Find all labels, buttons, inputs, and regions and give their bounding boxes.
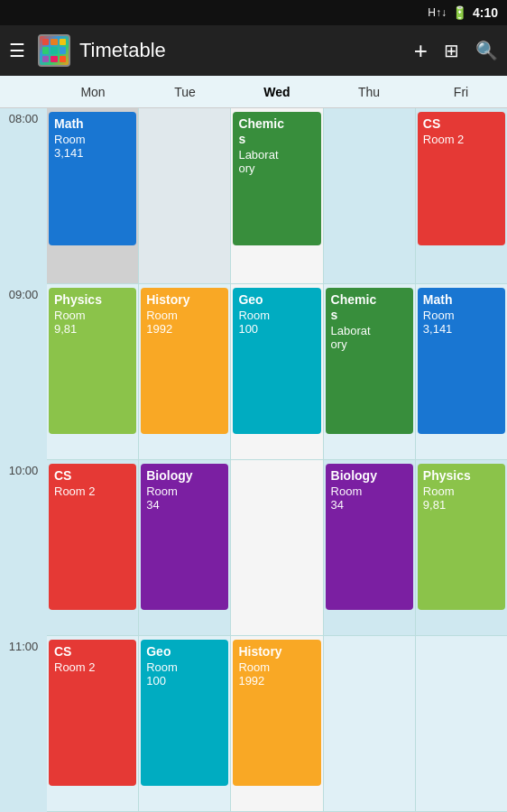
timetable-container: 08:00 09:00 10:00 11:00 12:00 Math Room3… bbox=[0, 108, 507, 812]
days-container: Math Room3,141 Physics Room9,81 CS Room … bbox=[47, 108, 507, 812]
day-wed: Wed bbox=[231, 85, 323, 99]
time-0800: 08:00 bbox=[0, 108, 47, 284]
subject-history-wed-11[interactable]: History Room1992 bbox=[233, 640, 320, 786]
room-info: Laboratory bbox=[238, 148, 315, 176]
subject-cs-fri-08[interactable]: CS Room 2 bbox=[418, 112, 505, 245]
day-column-mon: Math Room3,141 Physics Room9,81 CS Room … bbox=[47, 108, 138, 812]
battery-icon: 🔋 bbox=[452, 5, 467, 20]
subject-chemics-thu[interactable]: Chemics Laboratory bbox=[326, 288, 413, 434]
day-fri: Fri bbox=[415, 85, 507, 99]
room-info: Room34 bbox=[331, 484, 408, 512]
clock: 4:10 bbox=[473, 5, 498, 20]
subject-name: Biology bbox=[146, 468, 223, 484]
room-info: Room9,81 bbox=[54, 309, 131, 337]
subject-name: Chemics bbox=[238, 116, 315, 147]
subject-name: Physics bbox=[54, 292, 131, 308]
room-info: Room34 bbox=[146, 484, 223, 512]
subject-math-fri[interactable]: Math Room3,141 bbox=[418, 288, 505, 434]
thu-hour-0900: Chemics Laboratory bbox=[324, 284, 415, 460]
mon-hour-1100: CS Room 2 bbox=[47, 636, 138, 812]
app-logo bbox=[38, 34, 70, 67]
thu-hour-1100 bbox=[324, 636, 415, 812]
subject-name: CS bbox=[423, 116, 500, 132]
wed-hour-1100: History Room1992 bbox=[231, 636, 322, 812]
tue-hour-0800 bbox=[139, 108, 230, 284]
subject-history-tue-09[interactable]: History Room1992 bbox=[141, 288, 228, 434]
subject-physics-mon[interactable]: Physics Room9,81 bbox=[49, 288, 136, 434]
subject-name: Math bbox=[54, 116, 131, 132]
mon-hour-0800: Math Room3,141 bbox=[47, 108, 138, 284]
wed-hour-0900: Geo Room100 bbox=[231, 284, 322, 460]
fri-hour-0800: CS Room 2 bbox=[416, 108, 507, 284]
day-mon: Mon bbox=[47, 85, 139, 99]
room-info: Room 2 bbox=[423, 133, 500, 147]
status-bar: H↑↓ 🔋 4:10 bbox=[0, 0, 507, 25]
subject-physics-fri[interactable]: Physics Room9,81 bbox=[418, 464, 505, 610]
timetable-grid: 08:00 09:00 10:00 11:00 12:00 Math Room3… bbox=[0, 108, 507, 812]
subject-cs-mon-10[interactable]: CS Room 2 bbox=[49, 464, 136, 610]
subject-math-mon[interactable]: Math Room3,141 bbox=[49, 112, 136, 245]
room-info: Room3,141 bbox=[423, 309, 500, 337]
subject-name: History bbox=[146, 292, 223, 308]
subject-name: Biology bbox=[331, 468, 408, 484]
subject-biology-thu[interactable]: Biology Room34 bbox=[326, 464, 413, 610]
thu-hour-0800 bbox=[324, 108, 415, 284]
subject-name: Geo bbox=[146, 644, 223, 660]
room-info: Room 2 bbox=[54, 484, 131, 499]
menu-icon[interactable]: ☰ bbox=[9, 40, 25, 61]
day-header-row: Mon Tue Wed Thu Fri bbox=[0, 76, 507, 108]
mon-hour-0900: Physics Room9,81 bbox=[47, 284, 138, 460]
subject-geo-tue[interactable]: Geo Room100 bbox=[141, 640, 228, 786]
subject-name: CS bbox=[54, 468, 131, 484]
day-column-tue: History Room1992 Biology Room34 Geo Room… bbox=[138, 108, 230, 812]
fri-hour-1000: Physics Room9,81 bbox=[416, 460, 507, 636]
time-1000: 10:00 bbox=[0, 460, 47, 636]
app-title: Timetable bbox=[79, 39, 405, 62]
room-info: Room 2 bbox=[54, 660, 131, 675]
tue-hour-1100: Geo Room100 bbox=[139, 636, 230, 812]
subject-cs-mon-11[interactable]: CS Room 2 bbox=[49, 640, 136, 786]
fri-hour-0900: Math Room3,141 bbox=[416, 284, 507, 460]
subject-name: Geo bbox=[238, 292, 315, 308]
time-0900: 09:00 bbox=[0, 284, 47, 460]
room-info: Room100 bbox=[238, 309, 315, 337]
subject-name: Math bbox=[423, 292, 500, 308]
room-info: Room1992 bbox=[146, 309, 223, 337]
day-column-thu: Chemics Laboratory Biology Room34 bbox=[323, 108, 415, 812]
room-info: Room100 bbox=[146, 660, 223, 688]
subject-chemics-wed-08[interactable]: Chemics Laboratory bbox=[233, 112, 320, 245]
room-info: Room3,141 bbox=[54, 133, 131, 161]
tue-hour-0900: History Room1992 bbox=[139, 284, 230, 460]
search-icon[interactable]: 🔍 bbox=[475, 40, 498, 61]
room-info: Room9,81 bbox=[423, 484, 500, 512]
subject-name: CS bbox=[54, 644, 131, 660]
day-thu: Thu bbox=[323, 85, 415, 99]
add-icon[interactable]: + bbox=[414, 37, 428, 65]
header-actions: + ⊞ 🔍 bbox=[414, 37, 498, 65]
mon-hour-1000: CS Room 2 bbox=[47, 460, 138, 636]
subject-name: History bbox=[238, 644, 315, 660]
subject-geo-wed[interactable]: Geo Room100 bbox=[233, 288, 320, 434]
wed-hour-1000 bbox=[231, 460, 322, 636]
subject-name: Chemics bbox=[331, 292, 408, 323]
wed-hour-0800: Chemics Laboratory bbox=[231, 108, 322, 284]
day-column-wed: Chemics Laboratory Geo Room100 History R… bbox=[230, 108, 322, 812]
thu-hour-1000: Biology Room34 bbox=[324, 460, 415, 636]
room-info: Laboratory bbox=[331, 324, 408, 352]
fri-hour-1100 bbox=[416, 636, 507, 812]
tue-hour-1000: Biology Room34 bbox=[139, 460, 230, 636]
app-header: ☰ Timetable + ⊞ 🔍 bbox=[0, 25, 507, 76]
room-info: Room1992 bbox=[238, 660, 315, 688]
time-1100: 11:00 bbox=[0, 636, 47, 812]
time-column: 08:00 09:00 10:00 11:00 12:00 bbox=[0, 108, 47, 812]
day-column-fri: CS Room 2 Math Room3,141 Physics Room9,8… bbox=[415, 108, 507, 812]
signal-icon: H↑↓ bbox=[428, 6, 447, 19]
day-tue: Tue bbox=[139, 85, 231, 99]
switch-view-icon[interactable]: ⊞ bbox=[444, 40, 459, 61]
subject-name: Physics bbox=[423, 468, 500, 484]
subject-biology-tue[interactable]: Biology Room34 bbox=[141, 464, 228, 610]
